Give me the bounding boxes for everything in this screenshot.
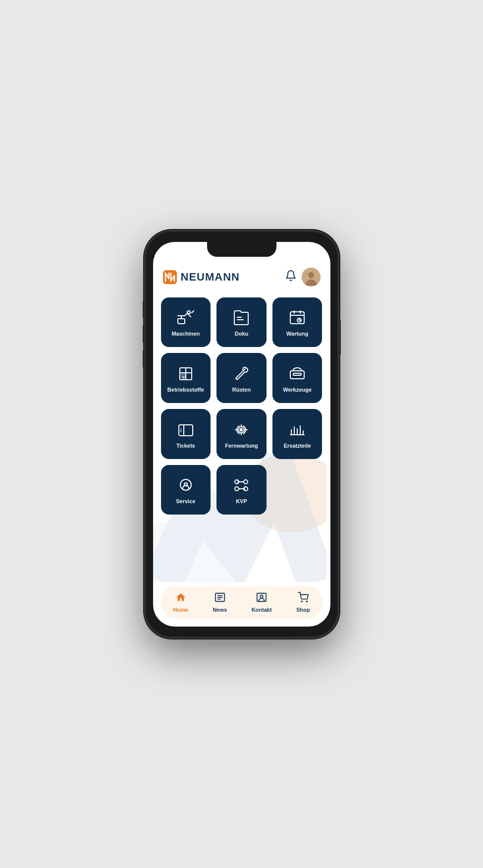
news-icon [215, 592, 225, 605]
nav-item-news[interactable]: News [205, 590, 235, 615]
kvp-icon [231, 476, 252, 494]
werkzeuge-label: Werkzeuge [283, 387, 312, 393]
svg-point-31 [240, 428, 243, 431]
svg-rect-23 [181, 374, 185, 378]
kontakt-icon [256, 592, 267, 605]
phone-frame: NEUMANN [145, 231, 338, 637]
grid-container: Maschinen Doku [153, 292, 330, 523]
avatar[interactable] [302, 268, 321, 287]
tile-maschinen[interactable]: Maschinen [161, 297, 211, 347]
header-icons [285, 268, 321, 287]
app-header: NEUMANN [153, 264, 330, 292]
phone-notch [207, 242, 276, 257]
grid-row-2: ⊕ Betriebsstoffe [161, 353, 322, 403]
tile-doku[interactable]: Doku [216, 297, 267, 347]
logo: NEUMANN [163, 270, 240, 284]
maschinen-icon [175, 309, 196, 327]
bell-icon[interactable] [285, 270, 297, 285]
maschinen-label: Maschinen [171, 331, 200, 337]
tile-werkzeuge[interactable]: Werkzeuge [272, 353, 322, 403]
svg-rect-3 [178, 319, 185, 324]
fernwartung-icon [231, 421, 252, 439]
tile-service[interactable]: Service [161, 465, 211, 515]
svg-line-9 [192, 311, 194, 313]
svg-line-24 [243, 369, 245, 371]
svg-rect-44 [153, 522, 247, 582]
nav-item-shop[interactable]: Shop [288, 590, 318, 615]
betriebsstoffe-label: Betriebsstoffe [167, 387, 204, 393]
logo-icon [163, 270, 177, 284]
svg-point-40 [244, 480, 248, 484]
svg-rect-12 [290, 312, 304, 324]
tickets-icon: i [175, 421, 196, 439]
svg-point-38 [184, 483, 187, 486]
nav-item-home[interactable]: Home [165, 590, 196, 615]
bottom-nav: Home News [161, 586, 322, 619]
service-icon [175, 476, 196, 494]
wartung-icon [287, 309, 308, 327]
shop-label: Shop [296, 607, 310, 613]
ruesten-label: Rüsten [232, 387, 251, 393]
kvp-label: KVP [236, 498, 247, 505]
tile-kvp[interactable]: KVP [216, 465, 267, 515]
main-content: Maschinen Doku [153, 292, 330, 582]
phone-screen: NEUMANN [153, 242, 330, 627]
grid-row-4: Service [161, 465, 322, 515]
news-label: News [213, 607, 227, 613]
doku-label: Doku [235, 331, 249, 337]
werkzeuge-icon [287, 365, 308, 383]
tickets-label: Tickets [176, 443, 195, 449]
grid-row-3: i Tickets [161, 409, 322, 459]
betriebsstoffe-icon: ⊕ [175, 365, 196, 383]
svg-point-2 [308, 272, 314, 278]
svg-point-51 [301, 601, 302, 602]
home-label: Home [173, 607, 188, 613]
logo-text: NEUMANN [181, 271, 240, 284]
ersatzteile-icon [287, 421, 308, 439]
nav-item-kontakt[interactable]: Kontakt [244, 590, 280, 615]
service-label: Service [176, 498, 195, 505]
fernwartung-label: Fernwartung [225, 443, 258, 449]
wartung-label: Wartung [286, 331, 308, 337]
shop-icon [298, 592, 309, 605]
doku-icon [231, 309, 252, 327]
tile-ruesten[interactable]: Rüsten [216, 353, 267, 403]
svg-text:i: i [180, 428, 182, 433]
svg-point-52 [306, 601, 307, 602]
svg-point-50 [260, 595, 263, 598]
svg-rect-26 [293, 373, 301, 375]
ersatzteile-label: Ersatzteile [284, 443, 311, 449]
svg-line-8 [188, 314, 191, 317]
home-icon [175, 592, 186, 605]
kontakt-label: Kontakt [252, 607, 272, 613]
tile-fernwartung[interactable]: Fernwartung [216, 409, 267, 459]
tile-wartung[interactable]: Wartung [272, 297, 322, 347]
ruesten-icon [231, 365, 252, 383]
svg-point-41 [235, 487, 239, 491]
tile-ersatzteile[interactable]: Ersatzteile [272, 409, 322, 459]
tile-tickets[interactable]: i Tickets [161, 409, 211, 459]
tile-betriebsstoffe[interactable]: ⊕ Betriebsstoffe [161, 353, 211, 403]
grid-row-1: Maschinen Doku [161, 297, 322, 347]
